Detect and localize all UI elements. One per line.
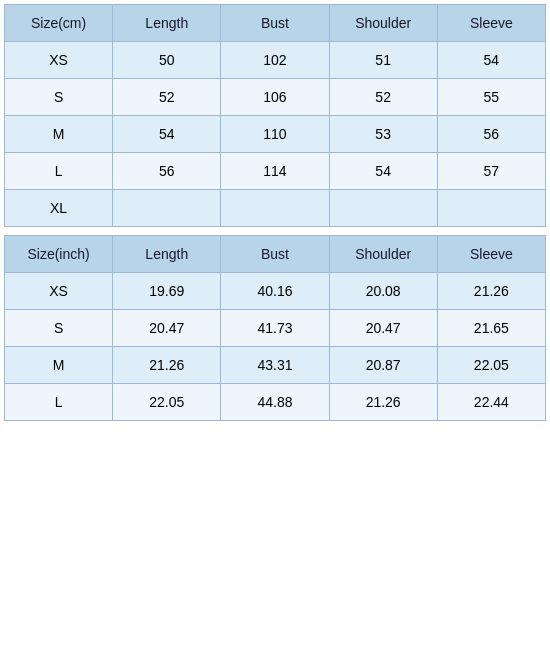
data-cell: 54	[437, 42, 545, 79]
data-cell: 20.47	[329, 310, 437, 347]
data-cell: 56	[437, 116, 545, 153]
table-row: XS501025154	[5, 42, 546, 79]
data-cell: 54	[113, 116, 221, 153]
data-cell	[437, 190, 545, 227]
size-col: M	[5, 347, 113, 384]
inch-header-shoulder: Shoulder	[329, 236, 437, 273]
size-col: L	[5, 153, 113, 190]
data-cell: 22.05	[437, 347, 545, 384]
data-cell: 20.08	[329, 273, 437, 310]
cm-header-sleeve: Sleeve	[437, 5, 545, 42]
inch-header-bust: Bust	[221, 236, 329, 273]
inch-table: Size(inch) Length Bust Shoulder Sleeve X…	[4, 235, 546, 421]
data-cell: 40.16	[221, 273, 329, 310]
data-cell: 102	[221, 42, 329, 79]
data-cell: 21.26	[437, 273, 545, 310]
cm-header-shoulder: Shoulder	[329, 5, 437, 42]
data-cell: 21.65	[437, 310, 545, 347]
table-row: L22.0544.8821.2622.44	[5, 384, 546, 421]
data-cell: 52	[329, 79, 437, 116]
data-cell: 57	[437, 153, 545, 190]
data-cell: 114	[221, 153, 329, 190]
data-cell: 19.69	[113, 273, 221, 310]
cm-header-length: Length	[113, 5, 221, 42]
size-col: XS	[5, 273, 113, 310]
table-row: M541105356	[5, 116, 546, 153]
cm-header-bust: Bust	[221, 5, 329, 42]
size-col: S	[5, 79, 113, 116]
table-row: XL	[5, 190, 546, 227]
table-row: M21.2643.3120.8722.05	[5, 347, 546, 384]
data-cell: 43.31	[221, 347, 329, 384]
table-row: S20.4741.7320.4721.65	[5, 310, 546, 347]
data-cell: 20.87	[329, 347, 437, 384]
data-cell: 44.88	[221, 384, 329, 421]
data-cell: 51	[329, 42, 437, 79]
inch-header-size: Size(inch)	[5, 236, 113, 273]
data-cell: 22.44	[437, 384, 545, 421]
size-chart-wrapper: Size(cm) Length Bust Shoulder Sleeve XS5…	[0, 0, 550, 425]
data-cell: 53	[329, 116, 437, 153]
data-cell	[221, 190, 329, 227]
table-row: L561145457	[5, 153, 546, 190]
inch-header-sleeve: Sleeve	[437, 236, 545, 273]
data-cell: 56	[113, 153, 221, 190]
inch-header-row: Size(inch) Length Bust Shoulder Sleeve	[5, 236, 546, 273]
size-col: M	[5, 116, 113, 153]
cm-header-size: Size(cm)	[5, 5, 113, 42]
size-col: XS	[5, 42, 113, 79]
cm-table: Size(cm) Length Bust Shoulder Sleeve XS5…	[4, 4, 546, 227]
data-cell: 52	[113, 79, 221, 116]
size-col: S	[5, 310, 113, 347]
size-col: XL	[5, 190, 113, 227]
data-cell: 21.26	[113, 347, 221, 384]
data-cell	[329, 190, 437, 227]
inch-header-length: Length	[113, 236, 221, 273]
data-cell	[113, 190, 221, 227]
data-cell: 50	[113, 42, 221, 79]
table-row: S521065255	[5, 79, 546, 116]
size-col: L	[5, 384, 113, 421]
data-cell: 106	[221, 79, 329, 116]
data-cell: 110	[221, 116, 329, 153]
data-cell: 54	[329, 153, 437, 190]
data-cell: 21.26	[329, 384, 437, 421]
data-cell: 55	[437, 79, 545, 116]
data-cell: 41.73	[221, 310, 329, 347]
data-cell: 22.05	[113, 384, 221, 421]
table-row: XS19.6940.1620.0821.26	[5, 273, 546, 310]
cm-header-row: Size(cm) Length Bust Shoulder Sleeve	[5, 5, 546, 42]
data-cell: 20.47	[113, 310, 221, 347]
